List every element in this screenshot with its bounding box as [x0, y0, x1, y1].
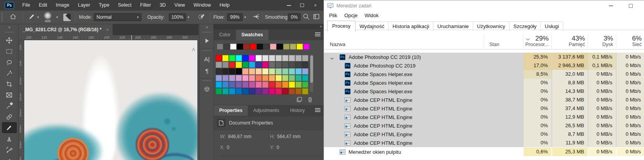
recent-swatch[interactable]	[303, 44, 309, 50]
recent-swatch[interactable]	[237, 44, 243, 50]
swatch[interactable]	[242, 75, 249, 81]
swatch[interactable]	[249, 68, 255, 75]
recent-swatch[interactable]	[270, 44, 276, 50]
swatch[interactable]	[282, 82, 288, 88]
swatch[interactable]	[275, 68, 282, 75]
recent-swatch[interactable]	[263, 44, 270, 50]
document-close-icon[interactable]: ×	[106, 27, 109, 32]
toolbar-grip[interactable]	[5, 32, 14, 33]
swatch[interactable]	[289, 75, 295, 81]
swatch[interactable]	[229, 55, 235, 61]
column-header-name[interactable]: Nazwa	[330, 41, 345, 47]
swatch[interactable]	[269, 82, 275, 88]
process-row[interactable]: Menedżer okien pulpitu0,6%25,3 MB0 MB/s0…	[324, 148, 644, 156]
swatch[interactable]	[229, 62, 235, 68]
canvas-scroll-up-icon[interactable]: ᐱ	[192, 47, 195, 52]
swatch[interactable]	[236, 62, 242, 68]
menu-item-widok[interactable]: Widok	[361, 11, 382, 20]
minimize-button[interactable]	[282, 0, 295, 11]
swatch[interactable]	[229, 82, 235, 88]
brush-tip-chevron[interactable]: ▾	[55, 11, 58, 24]
strip-grip[interactable]	[202, 80, 211, 81]
tool-frame[interactable]	[2, 89, 17, 100]
process-row[interactable]: PsAdobe Photoshop CC 201917,0%2 946,3 MB…	[324, 61, 644, 70]
swatch[interactable]	[236, 82, 242, 88]
column-header-status[interactable]: Stan	[489, 42, 499, 47]
swatch[interactable]	[262, 68, 268, 75]
recent-swatch[interactable]	[277, 44, 283, 50]
process-row[interactable]: Adobe CEP HTML Engine0%12,9 MB0 MB/s0 Mb…	[324, 113, 644, 121]
process-row[interactable]: Adobe CEP HTML Engine0%37,4 MB0 MB/s0 Mb…	[324, 104, 644, 113]
swatch[interactable]	[269, 55, 275, 61]
menu-item-plik[interactable]: Plik	[326, 11, 341, 20]
column-header-disk[interactable]: Dysk	[588, 42, 613, 47]
tool-wand[interactable]	[2, 68, 17, 78]
tab-swatches[interactable]: Swatches	[236, 30, 268, 40]
swatch[interactable]	[289, 62, 295, 68]
swatch[interactable]	[256, 88, 262, 94]
swatch[interactable]	[236, 68, 242, 75]
tool-history-brush[interactable]	[2, 144, 17, 155]
swatch[interactable]	[269, 62, 275, 68]
swatch[interactable]	[236, 55, 242, 61]
swatch[interactable]	[295, 82, 302, 88]
column-header-network[interactable]: Sieć	[616, 42, 642, 47]
swatch[interactable]	[249, 55, 255, 61]
character-panel-icon[interactable]: A|	[200, 53, 214, 65]
process-row[interactable]: Adobe CEP HTML Engine0%11,9 MB0 MB/s0 Mb…	[324, 139, 644, 147]
menu-item-layer[interactable]: Layer	[73, 0, 94, 11]
tool-eyedropper[interactable]	[2, 100, 17, 111]
menu-item-filter[interactable]: Filter	[136, 0, 156, 11]
swatch[interactable]	[289, 88, 295, 94]
menu-item-edit[interactable]: Edit	[34, 0, 52, 11]
search-button[interactable]	[302, 11, 310, 24]
swatch[interactable]	[295, 62, 302, 68]
menu-item-view[interactable]: View	[170, 0, 189, 11]
tool-lasso[interactable]	[2, 57, 17, 68]
swatch[interactable]	[295, 68, 302, 75]
swatch[interactable]	[289, 82, 295, 88]
column-header-memory[interactable]: Pamięć	[551, 42, 585, 47]
pressure-opacity-toggle[interactable]	[198, 11, 205, 24]
swatch[interactable]	[295, 75, 302, 81]
panel-collapse-icon[interactable]: «	[214, 24, 324, 29]
tool-healing[interactable]	[2, 111, 17, 122]
swatch[interactable]	[222, 88, 229, 94]
swatches-scrollbar[interactable]	[310, 55, 313, 92]
toolbar-expand-icon[interactable]: »	[0, 24, 18, 30]
recent-swatch[interactable]	[217, 44, 223, 50]
menu-item-opcje[interactable]: Opcje	[341, 11, 361, 20]
swatch[interactable]	[242, 82, 249, 88]
swatch[interactable]	[282, 88, 288, 94]
swatch[interactable]	[269, 88, 275, 94]
swatch[interactable]	[275, 82, 282, 88]
recent-swatch[interactable]	[290, 44, 296, 50]
swatch[interactable]	[275, 62, 282, 68]
swatch[interactable]	[275, 88, 282, 94]
process-row[interactable]: PsAdobe Spaces Helper.exe0%8,8 MB0 MB/s0…	[324, 78, 644, 87]
swatch[interactable]	[302, 55, 308, 61]
swatch[interactable]	[282, 68, 288, 75]
swatch[interactable]	[236, 88, 242, 94]
swatch[interactable]	[289, 68, 295, 75]
swatch[interactable]	[236, 75, 242, 81]
tab-procesy[interactable]: Procesy	[327, 21, 356, 32]
swatch[interactable]	[229, 68, 235, 75]
tool-move[interactable]	[2, 35, 17, 46]
maximize-button[interactable]	[622, 0, 639, 11]
process-row[interactable]: PsAdobe Spaces Helper.exe0%14,3 MB0 MB/s…	[324, 87, 644, 96]
swatch[interactable]	[242, 62, 249, 68]
swatch[interactable]	[222, 75, 229, 81]
tool-preset-button[interactable]: ▾	[28, 11, 39, 24]
swatch[interactable]	[249, 88, 255, 94]
new-swatch-icon[interactable]	[297, 97, 302, 103]
document-canvas[interactable]: ᐱ	[24, 40, 197, 160]
swatch[interactable]	[262, 75, 268, 81]
recent-swatch[interactable]	[283, 44, 290, 50]
swatch[interactable]	[222, 62, 229, 68]
flow-select[interactable]: 99% ▾	[227, 11, 246, 24]
swatch[interactable]	[256, 82, 262, 88]
swatch[interactable]	[295, 88, 302, 94]
swatch[interactable]	[275, 75, 282, 81]
swatch[interactable]	[216, 55, 222, 61]
